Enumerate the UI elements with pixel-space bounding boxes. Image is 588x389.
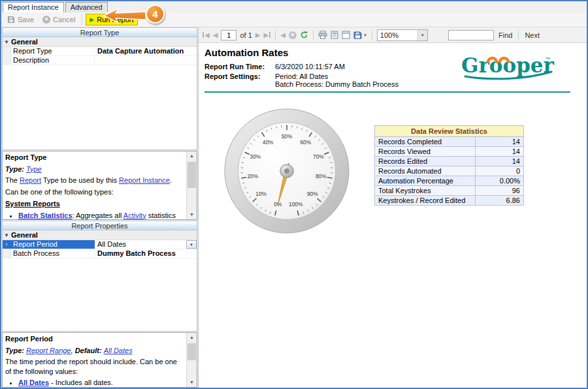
scrollbar[interactable]: ▲ ▼: [186, 333, 197, 387]
scroll-up-icon[interactable]: ▲: [187, 333, 197, 342]
help-content: Report Type Type: Type The Report Type t…: [3, 151, 197, 220]
grid-empty-area: [3, 65, 197, 149]
scroll-track[interactable]: [187, 342, 197, 378]
grooper-window: Report Instance Advanced Save ✕ Cancel ▶…: [0, 0, 588, 389]
help-link[interactable]: Type: [26, 165, 42, 173]
help-link[interactable]: Batch Statistics: [18, 211, 73, 219]
row-gutter: [3, 249, 11, 258]
scrollbar[interactable]: ▲ ▼: [186, 151, 197, 219]
page-number-input[interactable]: [221, 30, 237, 40]
report-page: Automation Rates Report Run Time: 6/3/20…: [199, 43, 587, 388]
help-paragraph: The time period the report should includ…: [5, 357, 184, 376]
back-to-parent-icon[interactable]: ◀: [280, 31, 286, 39]
help-link[interactable]: Report: [20, 176, 41, 184]
chevron-down-icon: ▼: [417, 30, 427, 40]
scroll-up-icon[interactable]: ▲: [187, 151, 197, 161]
next-page-icon[interactable]: ▶: [255, 31, 261, 39]
tab-advanced[interactable]: Advanced: [65, 2, 108, 12]
property-row-report-type[interactable]: Report Type Data Capture Automation: [3, 47, 197, 56]
svg-text:10%: 10%: [255, 191, 267, 197]
logo-text: Grooper: [461, 54, 555, 77]
main-toolbar: Save ✕ Cancel ▶ Run Report: [1, 12, 587, 27]
run-time-value: 6/3/2020 10:11:57 AM: [275, 63, 345, 70]
scroll-thumb[interactable]: [188, 162, 196, 188]
stat-value: 96: [476, 186, 524, 196]
help-text: The: [5, 176, 20, 184]
help-text: Type to be used by this: [41, 176, 119, 184]
run-time-label: Report Run Time:: [204, 63, 275, 70]
row-selector-icon: ›: [3, 240, 11, 249]
scroll-down-icon[interactable]: ▼: [187, 210, 197, 219]
stat-value: 0.00%: [476, 176, 524, 186]
svg-text:90%: 90%: [307, 191, 318, 197]
export-icon: [353, 31, 362, 39]
page-count-label: of 1: [240, 31, 252, 39]
stat-value: 14: [476, 137, 524, 147]
table-row: Keystrokes / Record Edited6.86: [375, 196, 524, 206]
print-icon[interactable]: [318, 31, 327, 39]
svg-text:60%: 60%: [300, 139, 311, 146]
left-panel: Report Type ▼ General Report Type Data C…: [1, 27, 199, 388]
find-button[interactable]: Find: [498, 31, 512, 39]
svg-text:30%: 30%: [250, 153, 261, 160]
scroll-thumb[interactable]: [188, 343, 196, 360]
help-text: The time period the report should includ…: [5, 358, 177, 375]
grooper-logo: Grooper ™: [461, 54, 559, 84]
save-button[interactable]: Save: [4, 14, 37, 25]
property-row-batch-process[interactable]: Batch Process Dummy Batch Process: [3, 249, 197, 258]
property-row-report-period[interactable]: › Report Period All Dates ▼: [3, 240, 197, 249]
stop-icon[interactable]: ✕: [289, 31, 297, 39]
annotation-step-badge: 4: [146, 5, 165, 23]
toolbar-separator: [313, 30, 314, 40]
collapse-icon[interactable]: ▼: [4, 39, 9, 45]
svg-text:20%: 20%: [247, 173, 258, 179]
property-value: Dummy Batch Process: [95, 249, 197, 258]
print-layout-icon[interactable]: [331, 31, 338, 39]
last-page-icon[interactable]: ▶: [263, 31, 270, 39]
find-input[interactable]: [448, 30, 494, 40]
tab-bar: Report Instance Advanced: [1, 1, 587, 12]
refresh-icon[interactable]: [300, 31, 308, 39]
help-bullet: Batch Statistics: Aggregates all Activit…: [18, 211, 184, 220]
property-row-description[interactable]: Description: [3, 56, 197, 65]
help-link[interactable]: Report Instance: [119, 176, 170, 184]
find-next-button[interactable]: Next: [525, 31, 540, 39]
settings-label: Report Settings:: [204, 72, 275, 88]
first-page-icon[interactable]: ◀: [203, 31, 210, 39]
zoom-select[interactable]: 100% ▼: [377, 29, 428, 41]
help-text: Type:: [5, 165, 26, 173]
zoom-value: 100%: [380, 31, 399, 39]
table-row: Automation Percentage0.00%: [375, 176, 524, 186]
tab-report-instance[interactable]: Report Instance: [3, 2, 64, 12]
save-label: Save: [18, 16, 34, 23]
row-gutter: [3, 47, 11, 55]
toolbar-separator: [518, 30, 519, 40]
export-button[interactable]: ▼: [353, 31, 367, 39]
help-link[interactable]: All Dates: [18, 379, 49, 386]
scroll-track[interactable]: [187, 161, 197, 210]
stat-label: Records Automated: [375, 166, 476, 176]
help-link[interactable]: All Dates: [104, 347, 133, 354]
property-category-general[interactable]: ▼ General: [3, 37, 197, 47]
property-category-general[interactable]: ▼ General: [3, 230, 197, 240]
svg-text:50%: 50%: [282, 133, 293, 140]
category-label: General: [11, 231, 38, 239]
help-link[interactable]: Report Range: [26, 347, 71, 354]
scroll-down-icon[interactable]: ▼: [187, 378, 197, 387]
dropdown-button[interactable]: ▼: [186, 240, 197, 249]
settings-value: Period: All Dates Batch Process: Dummy B…: [275, 72, 399, 88]
cancel-button[interactable]: ✕ Cancel: [39, 14, 78, 25]
table-row: Records Completed14: [375, 137, 524, 147]
previous-page-icon[interactable]: ◀: [213, 31, 218, 39]
help-text: - Includes all dates.: [49, 379, 113, 386]
help-bullet-list: Batch Statistics: Aggregates all Activit…: [18, 211, 184, 220]
help-text: : Aggregates all: [73, 211, 123, 219]
property-value: [95, 56, 197, 65]
help-link[interactable]: Activity: [123, 211, 146, 219]
help-title: Report Period: [5, 334, 184, 344]
collapse-icon[interactable]: ▼: [4, 232, 9, 238]
property-label: Description: [11, 56, 95, 65]
stat-value: 6.86: [476, 196, 524, 206]
help-content: Report Period Type: Report Range, Defaul…: [3, 333, 197, 388]
page-setup-icon[interactable]: [342, 31, 350, 39]
